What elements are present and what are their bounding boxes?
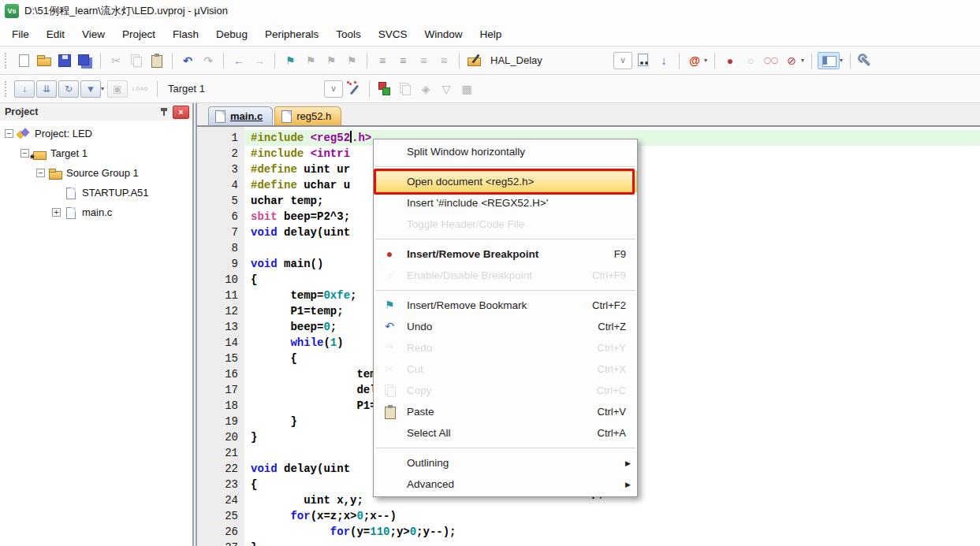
functions-icon[interactable]: ▽ (437, 80, 456, 98)
insert-breakpoint-icon[interactable]: ● (721, 52, 740, 69)
collapse-minus-icon[interactable]: − (5, 129, 13, 138)
windows-layout-icon[interactable] (818, 52, 840, 69)
build-icon[interactable]: ⇊ (36, 80, 57, 98)
code-text: } (244, 540, 980, 546)
tree-item-project-led[interactable]: −Project: LED (0, 124, 192, 143)
disable-breakpoint-icon[interactable]: ○ (741, 52, 760, 69)
cut-icon[interactable]: ✂ (106, 52, 125, 69)
tree-item-source-group-1[interactable]: −Source Group 1 (0, 163, 192, 183)
menubar-item-flash[interactable]: Flash (164, 25, 207, 43)
menu-item-paste[interactable]: PasteCtrl+V (374, 401, 637, 422)
translate-icon[interactable]: ↓ (14, 80, 35, 98)
paste-icon[interactable] (147, 52, 166, 69)
navigate-forward-icon[interactable]: → (250, 52, 269, 69)
save-icon[interactable] (55, 52, 74, 69)
collapse-minus-icon[interactable]: − (36, 169, 45, 177)
menu-item-open-document-reg52-h[interactable]: Open document <reg52.h> (374, 171, 637, 192)
expand-plus-icon[interactable]: + (52, 208, 61, 217)
menubar-item-help[interactable]: Help (471, 25, 511, 43)
menu-item-shortcut: Ctrl+F9 (592, 269, 626, 281)
undo-icon[interactable]: ↶ (178, 52, 197, 69)
navigate-back-icon[interactable]: ← (229, 52, 248, 69)
line-number: 14 (197, 335, 244, 351)
menubar-item-tools[interactable]: Tools (327, 25, 370, 43)
menu-item-label: Enable/Disable Breakpoint (407, 269, 532, 281)
bookmark-next-icon[interactable]: ⚑ (322, 52, 341, 69)
line-number: 12 (197, 303, 244, 319)
close-icon[interactable]: × (173, 106, 189, 119)
line-number: 11 (197, 288, 244, 303)
pin-icon[interactable] (158, 106, 170, 118)
menu-item-insert-remove-breakpoint[interactable]: ●Insert/Remove BreakpointF9 (374, 243, 637, 265)
open-file-icon[interactable] (35, 52, 54, 69)
tab-main-c[interactable]: main.c (208, 106, 273, 125)
edit-search-icon[interactable] (465, 52, 484, 69)
download-to-flash-icon[interactable]: LOAD (129, 80, 151, 98)
unindent-icon[interactable]: ≡ (373, 52, 392, 69)
code-line-27: 27} (197, 540, 980, 546)
comment-selection-icon[interactable]: ≡ (414, 52, 433, 69)
options-for-target-icon[interactable] (345, 80, 363, 98)
menubar-item-file[interactable]: File (3, 25, 38, 43)
tree-item-main-c[interactable]: +main.c (0, 202, 192, 222)
code-line-25: 25 for(x=z;x>0;x--) (197, 508, 980, 524)
target-select[interactable]: Target 1 (163, 81, 322, 97)
menubar-item-peripherals[interactable]: Peripherals (256, 25, 327, 43)
target-dropdown-icon[interactable]: ∨ (324, 80, 343, 98)
collapse-minus-icon[interactable]: − (20, 149, 29, 158)
line-number: 17 (197, 382, 244, 398)
incremental-find-icon[interactable]: ↓ (654, 52, 673, 69)
redo-icon[interactable]: ↷ (199, 52, 218, 69)
menu-item-insert-remove-bookmark[interactable]: ⚑Insert/Remove BookmarkCtrl+F2 (374, 295, 637, 316)
breakpoint-dot-icon: ● (381, 245, 398, 262)
menu-item-select-all[interactable]: Select AllCtrl+A (374, 422, 637, 444)
menu-item-advanced[interactable]: Advanced▶ (374, 474, 637, 495)
copy-icon[interactable] (127, 52, 146, 69)
menu-item-undo[interactable]: ↶UndoCtrl+Z (374, 316, 637, 337)
menu-item-label: Cut (407, 363, 423, 375)
menubar-item-project[interactable]: Project (114, 25, 164, 43)
lookup-symbol-icon-caret[interactable]: ▾ (704, 57, 707, 64)
tree-item-startup-a51[interactable]: −STARTUP.A51 (0, 183, 192, 202)
windows-layout-icon-caret[interactable]: ▾ (840, 57, 843, 64)
save-all-icon[interactable] (76, 52, 95, 69)
manage-project-items-icon[interactable] (375, 80, 394, 98)
paste-icon (381, 403, 398, 420)
indent-icon[interactable]: ≡ (393, 52, 412, 69)
bookmark-prev-icon[interactable]: ⚑ (301, 52, 320, 69)
menubar-item-svcs[interactable]: SVCS (370, 25, 416, 43)
books-icon[interactable]: ◈ (416, 80, 435, 98)
menubar-item-debug[interactable]: Debug (207, 25, 256, 43)
toolbar-separator (157, 81, 158, 97)
search-combobox[interactable]: HAL_Delay (486, 53, 612, 69)
toolbar-separator (274, 53, 275, 69)
menu-item-split-window-horizontally[interactable]: Split Window horizontally (374, 141, 637, 162)
line-number: 13 (197, 319, 244, 335)
project-tree: −Project: LED−Target 1−Source Group 1−ST… (0, 121, 192, 222)
batch-build-icon[interactable]: ▼ (80, 80, 101, 98)
tree-item-target-1[interactable]: −Target 1 (0, 143, 192, 163)
bookmark-clear-all-icon[interactable]: ⚑ (342, 52, 361, 69)
menubar-item-window[interactable]: Window (415, 25, 471, 43)
menubar-item-view[interactable]: View (73, 25, 114, 43)
bookmark-toggle-icon[interactable]: ⚑ (281, 52, 300, 69)
menu-item-outlining[interactable]: Outlining▶ (374, 452, 637, 474)
templates-icon[interactable]: ▩ (457, 80, 476, 98)
kill-all-breakpoints-icon[interactable]: ⊘ (782, 52, 801, 69)
stop-build-icon[interactable]: ▣ (107, 80, 128, 98)
lookup-symbol-icon[interactable]: @ (685, 52, 704, 69)
disable-all-breakpoints-icon[interactable]: ◯◯ (762, 52, 781, 69)
menu-item-insert-include-regx52-h[interactable]: Insert '#include <REGX52.H>' (374, 192, 637, 214)
menubar-item-edit[interactable]: Edit (38, 25, 73, 43)
kill-all-breakpoints-icon-caret[interactable]: ▾ (801, 57, 804, 64)
search-dropdown-icon[interactable]: ∨ (613, 52, 632, 69)
uncomment-selection-icon[interactable]: ≡ (434, 52, 453, 69)
rebuild-all-icon[interactable]: ↻ (58, 80, 79, 98)
code-line-26: 26 for(y=110;y>0;y--); (197, 524, 980, 540)
tab-reg52-h[interactable]: reg52.h (274, 106, 341, 125)
new-file-icon[interactable] (14, 52, 33, 69)
configuration-icon[interactable] (856, 52, 875, 69)
find-in-files-icon[interactable] (634, 52, 653, 69)
file-extensions-icon[interactable] (396, 80, 415, 98)
batch-build-icon-caret[interactable]: ▾ (101, 85, 104, 92)
